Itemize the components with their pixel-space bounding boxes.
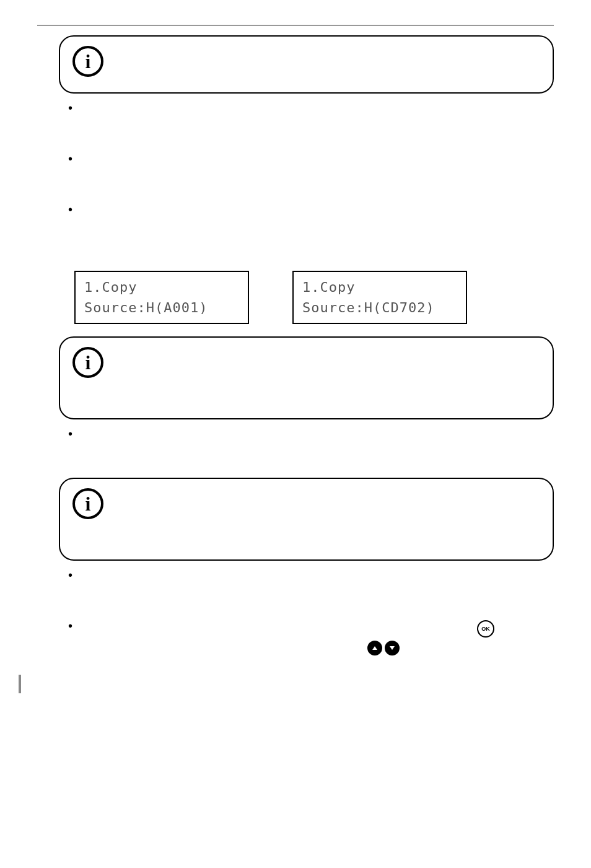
down-arrow-icon xyxy=(385,641,400,655)
info-icon xyxy=(72,488,103,519)
page-marker xyxy=(19,675,554,693)
list-item xyxy=(68,427,554,470)
list-item xyxy=(68,619,554,650)
list-item xyxy=(68,152,554,195)
section-divider xyxy=(37,25,554,26)
info-icon xyxy=(72,347,103,378)
lcd-line2: Source:H(CD702) xyxy=(302,300,435,315)
info-note-1 xyxy=(59,35,554,94)
lcd-display-row: 1.Copy Source:H(A001) 1.Copy Source:H(CD… xyxy=(74,271,554,324)
info-note-3 xyxy=(59,478,554,561)
lcd-line2: Source:H(A001) xyxy=(84,300,208,315)
list-item xyxy=(68,203,554,246)
bullet-list-1 xyxy=(68,101,554,246)
info-icon xyxy=(72,46,103,77)
ok-button-icon xyxy=(477,620,494,638)
list-item xyxy=(68,568,554,612)
list-item xyxy=(68,101,554,144)
lcd-line1: 1.Copy xyxy=(84,279,137,295)
bullet-list-3 xyxy=(68,568,554,650)
up-arrow-icon xyxy=(367,641,382,655)
lcd-screen-right: 1.Copy Source:H(CD702) xyxy=(292,271,467,324)
info-note-2 xyxy=(59,336,554,419)
bullet-list-2 xyxy=(68,427,554,470)
lcd-screen-left: 1.Copy Source:H(A001) xyxy=(74,271,249,324)
lcd-line1: 1.Copy xyxy=(302,279,355,295)
